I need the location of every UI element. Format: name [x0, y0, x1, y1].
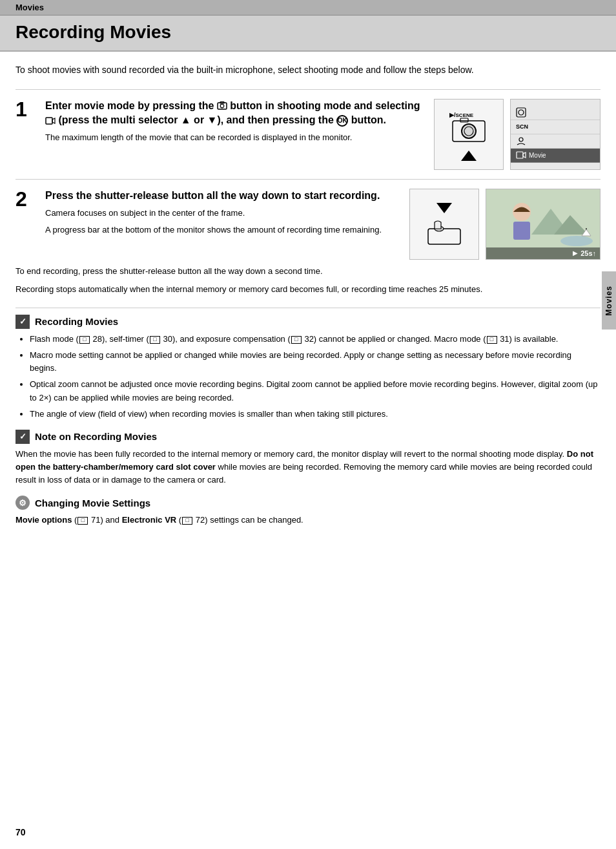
page-title: Recording Movies [15, 22, 601, 43]
arrow-up [461, 151, 477, 161]
movie-options-label: Movie options [15, 515, 72, 525]
step-1-sub: The maximum length of the movie that can… [45, 131, 426, 144]
step-1-heading: Enter movie mode by pressing the button … [45, 99, 426, 128]
note-recording-title-row: ✓ Recording Movies [15, 315, 601, 329]
camera-mode-icon [217, 101, 227, 111]
rec-timer: 25s↑ [580, 249, 596, 257]
step-1-img-button: ▶/SCENE [434, 99, 504, 170]
note-bullet-1: Flash mode (□ 28), self-timer (□ 30), an… [30, 333, 601, 346]
evr-label: Electronic VR [122, 515, 177, 525]
menu-item-auto [511, 106, 600, 120]
note-recording-movies: ✓ Recording Movies Flash mode (□ 28), se… [15, 315, 601, 421]
note-settings-title-row: ⚙ Changing Movie Settings [15, 496, 601, 510]
step-2-full2: Recording stops automatically when the i… [15, 283, 601, 296]
note-bullet-4: The angle of view (field of view) when r… [30, 408, 601, 421]
svg-marker-4 [52, 118, 55, 123]
step-2-full1: To end recording, press the shutter-rele… [15, 265, 601, 278]
note-on-recording-title-row: ✓ Note on Recording Movies [15, 430, 601, 444]
rec-bottom-bar: ▶ 25s↑ [486, 247, 600, 259]
note-check-icon-2: ✓ [15, 430, 30, 444]
step-2-img-recording: REC [486, 189, 601, 260]
step-2-content: Press the shutter-release button all the… [45, 189, 402, 260]
step-2-sub2: A progress bar at the bottom of the moni… [45, 224, 402, 236]
menu-item-movie: Movie [511, 149, 600, 163]
rec-progress-icon: ▶ [573, 249, 578, 257]
note-recording-bullets: Flash mode (□ 28), self-timer (□ 30), an… [30, 333, 601, 421]
note-on-recording-title: Note on Recording Movies [35, 431, 157, 442]
ok-button-icon: OK [336, 115, 348, 127]
menu-item-portrait [511, 134, 600, 149]
note-check-icon: ✓ [15, 315, 30, 329]
step-2-number: 2 [15, 189, 37, 260]
svg-marker-15 [523, 152, 526, 158]
top-bar: Movies [0, 0, 616, 16]
svg-point-13 [519, 138, 523, 142]
main-content: To shoot movies with sound recorded via … [0, 52, 616, 547]
menu-item-scene: SCN [511, 120, 600, 134]
step-1-row: 1 Enter movie mode by pressing the butto… [15, 99, 601, 170]
svg-rect-3 [46, 118, 52, 124]
step-1-img-menu: SCN Movie [510, 99, 601, 170]
step-1-number: 1 [15, 99, 37, 170]
ref-30: □ [150, 336, 160, 344]
step-2-img-shutter [409, 189, 479, 260]
note-changing-settings: ⚙ Changing Movie Settings Movie options … [15, 496, 601, 527]
scene-label: SCN [516, 123, 528, 130]
mode-selector-svg: ▶/SCENE [446, 108, 491, 147]
note-on-recording-body: When the movie has been fully recorded t… [15, 448, 601, 487]
notes-section: ✓ Recording Movies Flash mode (□ 28), se… [15, 308, 601, 527]
svg-rect-22 [513, 222, 530, 240]
ref-32: □ [291, 336, 302, 344]
step-1-images: ▶/SCENE [434, 99, 601, 170]
ref-71: □ [77, 517, 88, 525]
page-title-bar: Recording Movies [0, 16, 616, 52]
step-1-content: Enter movie mode by pressing the button … [45, 99, 426, 170]
bold-warning: Do not open the battery-chamber/memory c… [15, 449, 593, 472]
step-2-images: REC [409, 189, 601, 260]
sidebar-tab: Movies [602, 271, 616, 330]
ref-31: □ [487, 336, 497, 344]
movie-mode-icon [45, 116, 56, 126]
intro-text: To shoot movies with sound recorded via … [15, 63, 601, 78]
top-bar-label: Movies [15, 3, 44, 12]
movie-icon [516, 150, 526, 160]
camera-arrow-up: ▶/SCENE [446, 108, 491, 161]
step-2-heading: Press the shutter-release button all the… [45, 189, 402, 203]
note-on-recording: ✓ Note on Recording Movies When the movi… [15, 430, 601, 487]
movie-label: Movie [529, 152, 546, 159]
note-settings-body: Movie options (□ 71) and Electronic VR (… [15, 514, 601, 527]
shutter-wrap [425, 203, 464, 246]
ref-72: □ [182, 517, 192, 525]
settings-gear-icon: ⚙ [15, 496, 30, 510]
step-2-row: 2 Press the shutter-release button all t… [15, 189, 601, 260]
auto-icon [516, 107, 526, 118]
step-2-sub1: Camera focuses on subject in the center … [45, 207, 402, 220]
svg-rect-11 [517, 108, 526, 117]
recording-scene-svg [486, 189, 601, 249]
svg-point-10 [462, 124, 476, 138]
note-bullet-2: Macro mode setting cannot be applied or … [30, 349, 601, 375]
svg-rect-14 [517, 152, 523, 158]
page-number: 70 [15, 827, 26, 837]
svg-point-12 [518, 110, 524, 115]
svg-point-1 [220, 105, 224, 109]
step-1-section: 1 Enter movie mode by pressing the butto… [15, 89, 601, 170]
note-settings-title: Changing Movie Settings [35, 498, 150, 508]
svg-point-23 [560, 236, 593, 246]
arrow-down [436, 203, 452, 213]
note-recording-title: Recording Movies [35, 316, 118, 327]
note-bullet-3: Optical zoom cannot be adjusted once mov… [30, 378, 601, 404]
portrait-icon [516, 136, 526, 146]
step-2-section: 2 Press the shutter-release button all t… [15, 179, 601, 296]
svg-rect-9 [460, 118, 468, 122]
shutter-svg [425, 217, 464, 246]
svg-rect-16 [428, 229, 460, 244]
ref-28: □ [79, 336, 90, 344]
sidebar-label: Movies [604, 286, 613, 316]
svg-text:▶/SCENE: ▶/SCENE [449, 112, 474, 118]
